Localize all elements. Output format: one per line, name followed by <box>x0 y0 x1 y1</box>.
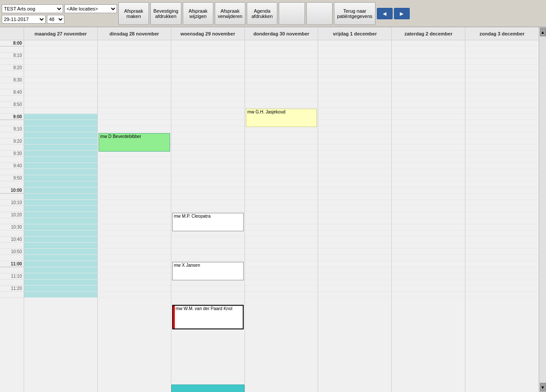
calendar-slot[interactable] <box>392 181 465 187</box>
calendar-slot[interactable] <box>318 151 391 157</box>
calendar-slot[interactable] <box>465 138 539 145</box>
calendar-slot[interactable] <box>318 181 391 187</box>
calendar-slot[interactable] <box>98 261 171 267</box>
calendar-slot[interactable] <box>24 212 97 218</box>
calendar-slot[interactable] <box>465 89 539 95</box>
calendar-slot[interactable] <box>245 95 318 102</box>
calendar-slot[interactable] <box>465 194 539 200</box>
calendar-slot[interactable] <box>171 120 245 126</box>
calendar-slot[interactable] <box>392 224 465 230</box>
calendar-slot[interactable] <box>392 132 465 138</box>
calendar-slot[interactable] <box>24 65 97 71</box>
calendar-slot[interactable] <box>318 40 391 46</box>
calendar-slot[interactable] <box>171 206 245 212</box>
calendar-slot[interactable] <box>392 255 465 261</box>
calendar-slot[interactable] <box>392 89 465 95</box>
calendar-slot[interactable] <box>318 65 391 71</box>
calendar-slot[interactable] <box>171 145 245 151</box>
calendar-slot[interactable] <box>245 206 318 212</box>
calendar-slot[interactable] <box>318 163 391 169</box>
calendar-slot[interactable] <box>392 267 465 273</box>
calendar-slot[interactable] <box>318 292 391 298</box>
calendar-slot[interactable] <box>171 59 245 65</box>
calendar-slot[interactable] <box>392 83 465 89</box>
calendar-slot[interactable] <box>24 40 97 46</box>
calendar-slot[interactable] <box>465 286 539 292</box>
locatie-select[interactable]: <Alle locaties> <box>64 4 117 13</box>
calendar-slot[interactable] <box>318 83 391 89</box>
calendar-slot[interactable] <box>465 175 539 181</box>
calendar-slot[interactable] <box>24 243 97 249</box>
calendar-slot[interactable] <box>465 292 539 298</box>
calendar-slot[interactable] <box>465 267 539 273</box>
calendar-slot[interactable] <box>171 108 245 114</box>
calendar-slot[interactable] <box>24 145 97 151</box>
calendar-slot[interactable] <box>245 126 318 132</box>
scroll-down[interactable]: ▼ <box>540 383 546 392</box>
calendar-slot[interactable] <box>392 77 465 83</box>
calendar-slot[interactable] <box>98 163 171 169</box>
calendar-slot[interactable] <box>24 77 97 83</box>
calendar-slot[interactable] <box>98 71 171 77</box>
calendar-slot[interactable] <box>392 114 465 120</box>
calendar-slot[interactable] <box>24 181 97 187</box>
calendar-slot[interactable] <box>24 151 97 157</box>
calendar-slot[interactable] <box>171 292 245 298</box>
calendar-slot[interactable] <box>24 71 97 77</box>
calendar-slot[interactable] <box>465 224 539 230</box>
calendar-slot[interactable] <box>24 224 97 230</box>
calendar-slot[interactable] <box>98 95 171 102</box>
calendar-slot[interactable] <box>465 77 539 83</box>
calendar-slot[interactable] <box>24 169 97 175</box>
calendar-slot[interactable] <box>171 46 245 53</box>
calendar-slot[interactable] <box>171 230 245 237</box>
calendar-slot[interactable] <box>245 151 318 157</box>
calendar-slot[interactable] <box>98 77 171 83</box>
afspraak-maken-button[interactable]: Afspraak maken <box>118 2 149 25</box>
afspraak-wijzigen-button[interactable]: Afspraak wijzigen <box>183 2 213 25</box>
calendar-slot[interactable] <box>245 65 318 71</box>
calendar-slot[interactable] <box>171 53 245 59</box>
calendar-slot[interactable] <box>24 46 97 53</box>
calendar-slot[interactable] <box>245 59 318 65</box>
calendar-slot[interactable] <box>245 273 318 279</box>
calendar-slot[interactable] <box>392 286 465 292</box>
calendar-slot[interactable] <box>465 243 539 249</box>
calendar-slot[interactable] <box>465 157 539 163</box>
calendar-slot[interactable] <box>245 237 318 243</box>
calendar-slot[interactable] <box>24 206 97 212</box>
calendar-slot[interactable] <box>24 194 97 200</box>
calendar-slot[interactable] <box>245 71 318 77</box>
calendar-slot[interactable] <box>318 89 391 95</box>
calendar-slot[interactable] <box>465 59 539 65</box>
calendar-slot[interactable] <box>318 194 391 200</box>
calendar-slot[interactable] <box>24 89 97 95</box>
calendar-slot[interactable] <box>245 249 318 255</box>
calendar-slot[interactable] <box>24 218 97 224</box>
calendar-slot[interactable] <box>171 102 245 108</box>
calendar-slot[interactable] <box>318 286 391 292</box>
calendar-slot[interactable] <box>24 102 97 108</box>
calendar-slot[interactable] <box>171 194 245 200</box>
appointment[interactable]: mw G.H. Jasjekoud <box>246 109 317 127</box>
calendar-slot[interactable] <box>392 71 465 77</box>
calendar-slot[interactable] <box>98 126 171 132</box>
calendar-slot[interactable] <box>24 114 97 120</box>
calendar-slot[interactable] <box>465 169 539 175</box>
calendar-slot[interactable] <box>465 40 539 46</box>
calendar-slot[interactable] <box>171 169 245 175</box>
calendar-slot[interactable] <box>171 132 245 138</box>
prev-button[interactable]: ◄ <box>377 8 393 19</box>
calendar-slot[interactable] <box>465 132 539 138</box>
calendar-slot[interactable] <box>98 200 171 206</box>
calendar-slot[interactable] <box>98 151 171 157</box>
calendar-slot[interactable] <box>171 65 245 71</box>
calendar-slot[interactable] <box>465 53 539 59</box>
calendar-slot[interactable] <box>98 224 171 230</box>
calendar-slot[interactable] <box>318 114 391 120</box>
calendar-slot[interactable] <box>465 114 539 120</box>
calendar-slot[interactable] <box>171 187 245 194</box>
calendar-slot[interactable] <box>98 286 171 292</box>
calendar-slot[interactable] <box>98 65 171 71</box>
calendar-slot[interactable] <box>245 194 318 200</box>
